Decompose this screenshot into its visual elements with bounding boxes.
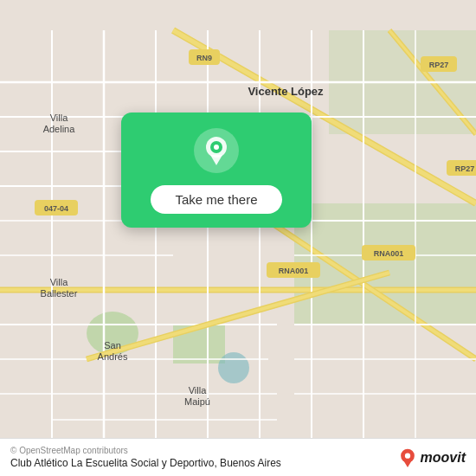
svg-marker-65 <box>403 460 411 467</box>
map-container: RNA001 RNA001 RN9 RP27 RP27 047-04 Villa… <box>0 0 476 476</box>
svg-text:Villa: Villa <box>50 277 68 287</box>
svg-text:RP27: RP27 <box>455 164 475 173</box>
svg-text:RNA001: RNA001 <box>279 267 309 275</box>
svg-text:Ballester: Ballester <box>41 288 78 299</box>
svg-text:RN9: RN9 <box>196 54 212 62</box>
card-overlay: Take me there <box>121 113 312 228</box>
svg-text:Maipú: Maipú <box>184 396 210 407</box>
take-me-there-button[interactable]: Take me there <box>151 185 281 214</box>
moovit-logo: moovit <box>398 448 466 467</box>
map-svg: RNA001 RNA001 RN9 RP27 RP27 047-04 Villa… <box>0 0 476 476</box>
svg-text:Adelina: Adelina <box>43 124 76 134</box>
svg-marker-63 <box>210 155 222 165</box>
svg-point-5 <box>218 352 249 383</box>
pin-icon-container <box>194 128 239 173</box>
svg-text:Villa: Villa <box>50 113 68 123</box>
location-pin-icon <box>204 136 228 165</box>
svg-text:RNA001: RNA001 <box>374 249 404 258</box>
location-text: Club Atlético La Escuelita Social y Depo… <box>10 457 398 469</box>
svg-point-62 <box>214 145 219 150</box>
bottom-text-area: © OpenStreetMap contributors Club Atléti… <box>10 446 398 469</box>
copyright-text: © OpenStreetMap contributors <box>10 446 398 455</box>
bottom-bar: © OpenStreetMap contributors Club Atléti… <box>0 438 476 476</box>
svg-text:RP27: RP27 <box>429 61 449 69</box>
svg-text:Vicente López: Vicente López <box>248 85 324 98</box>
moovit-pin-icon <box>398 448 417 467</box>
svg-text:San: San <box>104 340 121 351</box>
svg-text:Andrés: Andrés <box>98 351 128 362</box>
svg-text:Villa: Villa <box>189 385 207 396</box>
svg-text:047-04: 047-04 <box>44 204 68 213</box>
svg-point-66 <box>404 453 409 458</box>
moovit-wordmark: moovit <box>421 450 466 466</box>
